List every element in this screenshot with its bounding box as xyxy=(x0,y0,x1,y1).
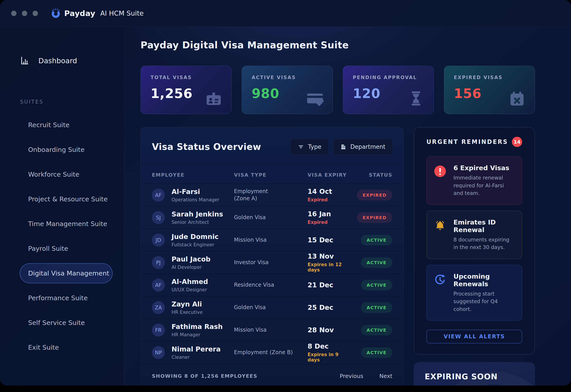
status-badge: EXPIRED xyxy=(357,212,392,223)
employee-role: Senior Architect xyxy=(172,220,223,225)
status-badge: ACTIVE xyxy=(361,280,392,290)
sidebar-item-workforce-suite[interactable]: Workforce Suite xyxy=(20,164,113,184)
visa-expiry-note: Expired xyxy=(308,220,350,225)
alert-expired-visas[interactable]: 6 Expired Visas Immediate renewal requir… xyxy=(426,156,522,205)
table-row[interactable]: ZA Zayn Ali HR Executive Golden Visa 25 … xyxy=(141,296,404,319)
visa-type: Employment (Zone B) xyxy=(234,349,308,356)
filter-icon xyxy=(298,144,304,150)
window-controls xyxy=(11,11,38,16)
sidebar-item-time-management-suite[interactable]: Time Management Suite xyxy=(20,214,113,234)
sidebar-section-label: SUITES xyxy=(20,99,113,105)
window-control-dot[interactable] xyxy=(11,11,16,16)
table-row[interactable]: FR Fathima Rash HR Manager Mission Visa … xyxy=(141,319,404,341)
visa-expiry-date: 28 Nov xyxy=(308,326,350,334)
table-row[interactable]: SJ Sarah Jenkins Senior Architect Golden… xyxy=(141,206,404,228)
title-bar: Payday AI HCM Suite xyxy=(0,0,571,27)
sidebar-item-recruit-suite[interactable]: Recruit Suite xyxy=(20,115,113,135)
hourglass-icon xyxy=(407,90,425,107)
stat-label: EXPIRED VISAS xyxy=(454,75,525,80)
payday-logo-icon xyxy=(51,8,61,18)
bar-chart-icon xyxy=(20,56,30,66)
filter-department-label: Department xyxy=(350,143,385,150)
table-footer: SHOWING 8 OF 1,256 EMPLOYEES Previous Ne… xyxy=(141,364,404,386)
table-row[interactable]: NP Nimal Perera Cleaner Employment (Zone… xyxy=(141,341,404,364)
urgent-reminders-panel: URGENT REMINDERS 14 xyxy=(414,127,535,355)
employee-role: AI Developer xyxy=(172,265,210,270)
status-badge: ACTIVE xyxy=(361,235,392,245)
visa-type: Residence Visa xyxy=(234,281,308,288)
visa-expiry-note: Expired xyxy=(308,197,350,202)
employee-role: HR Executive xyxy=(172,309,203,315)
filter-type-button[interactable]: Type xyxy=(291,139,328,155)
stat-label: TOTAL VISAS xyxy=(150,75,222,80)
employee-name: Fathima Rash xyxy=(172,323,223,331)
sidebar-suite-list: Recruit Suite Onboarding Suite Workforce… xyxy=(20,115,113,362)
sidebar-item-dashboard[interactable]: Dashboard xyxy=(20,56,113,66)
previous-page-button[interactable]: Previous xyxy=(340,373,363,379)
status-badge: EXPIRED xyxy=(357,190,392,200)
expiring-soon-card: EXPIRING SOON 24 Employee Visas expiring… xyxy=(414,362,535,386)
visa-expiry-date: 14 Oct xyxy=(308,188,350,195)
employee-role: UI/UX Designer xyxy=(172,287,208,293)
clock-refresh-icon xyxy=(434,274,446,286)
avatar: AF xyxy=(152,189,165,202)
calendar-x-icon xyxy=(508,90,526,107)
employee-name: Nimal Perera xyxy=(172,345,221,353)
card-check-icon xyxy=(306,90,324,107)
table-row[interactable]: JD Jude Domnic Fullstack Engineer Missio… xyxy=(141,228,404,251)
sidebar-item-self-service-suite[interactable]: Self Service Suite xyxy=(20,313,113,333)
brand-suffix: AI HCM Suite xyxy=(100,9,143,17)
visa-expiry-date: 15 Dec xyxy=(308,236,350,244)
employee-role: HR Manager xyxy=(172,332,223,337)
next-page-button[interactable]: Next xyxy=(379,373,392,379)
avatar: AF xyxy=(152,279,165,292)
sidebar-item-onboarding-suite[interactable]: Onboarding Suite xyxy=(20,140,113,160)
stat-card-total-visas: TOTAL VISAS 1,256 xyxy=(140,66,231,114)
visa-type: Golden Visa xyxy=(234,214,308,221)
employee-role: Fullstack Engineer xyxy=(172,242,219,247)
alert-body: Processing start suggested for Q4 cohort… xyxy=(453,290,515,313)
visa-type: Investor Visa xyxy=(234,259,308,266)
visa-type: Golden Visa xyxy=(234,304,308,311)
window-control-dot[interactable] xyxy=(22,11,27,16)
view-all-alerts-button[interactable]: VIEW ALL ALERTS xyxy=(426,330,522,343)
reminder-count-badge: 14 xyxy=(512,137,522,147)
table-row[interactable]: AF Al-Ahmed UI/UX Designer Residence Vis… xyxy=(141,274,404,296)
avatar: NP xyxy=(152,346,165,359)
status-badge: ACTIVE xyxy=(361,325,392,336)
employee-name: Al-Ahmed xyxy=(172,278,208,286)
table-row[interactable]: PJ Paul Jacob AI Developer Investor Visa… xyxy=(141,251,404,274)
visa-type: Mission Visa xyxy=(234,326,308,334)
alert-body: Immediate renewal required for Al-Farsi … xyxy=(453,174,515,197)
stat-card-pending-approval: PENDING APPROVAL 120 xyxy=(343,66,434,114)
avatar: JD xyxy=(152,234,165,247)
employee-role: Cleaner xyxy=(172,355,221,360)
sidebar-item-project-resource-suite[interactable]: Project & Resource Suite xyxy=(20,189,113,209)
sidebar-item-exit-suite[interactable]: Exit Suite xyxy=(20,337,113,357)
status-badge: ACTIVE xyxy=(361,347,392,358)
avatar: SJ xyxy=(152,211,165,224)
table-row[interactable]: AF Al-Farsi Operations Manager Employmen… xyxy=(141,183,404,206)
visa-expiry-note: Expires in 9 days xyxy=(308,352,350,363)
bell-icon xyxy=(434,219,446,232)
visa-type: Employment (Zone A) xyxy=(234,188,308,202)
sidebar-item-digital-visa-management[interactable]: Digital Visa Management xyxy=(20,263,113,283)
sidebar-item-payroll-suite[interactable]: Payroll Suite xyxy=(20,238,113,259)
alert-title: Upcoming Renewals xyxy=(453,273,515,288)
visa-type: Mission Visa xyxy=(234,237,308,243)
column-header-status: STATUS xyxy=(350,172,392,178)
avatar: ZA xyxy=(152,301,165,314)
right-column: URGENT REMINDERS 14 xyxy=(414,127,535,386)
visa-status-panel: Visa Status Overview Type xyxy=(140,127,404,386)
sidebar-dashboard-label: Dashboard xyxy=(38,56,77,65)
alert-title: Emirates ID Renewal xyxy=(453,219,515,234)
stat-label: PENDING APPROVAL xyxy=(353,75,424,80)
employee-name: Paul Jacob xyxy=(172,255,210,263)
alert-upcoming-renewals[interactable]: Upcoming Renewals Processing start sugge… xyxy=(426,265,522,321)
sidebar-item-performance-suite[interactable]: Performance Suite xyxy=(20,288,113,308)
filter-department-button[interactable]: Department xyxy=(333,139,392,155)
window-control-dot[interactable] xyxy=(32,11,38,16)
alert-emirates-id-renewal[interactable]: Emirates ID Renewal 8 documents expiring… xyxy=(426,211,522,259)
app-window: Payday AI HCM Suite Dashboard SUITES xyxy=(0,0,571,386)
employee-name: Jude Domnic xyxy=(172,233,219,240)
